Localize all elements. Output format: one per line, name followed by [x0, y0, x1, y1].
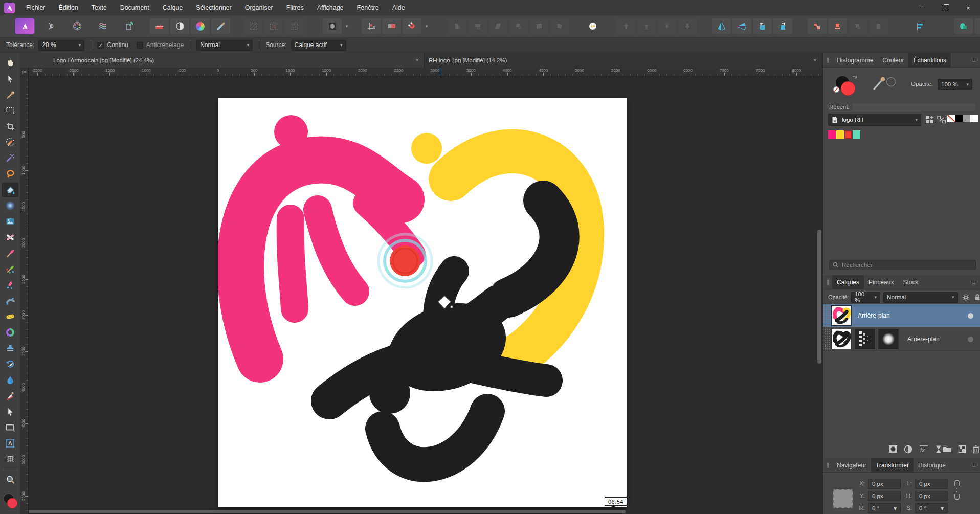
move-to-back-button[interactable]	[616, 18, 635, 34]
rectangle-tool[interactable]	[2, 420, 18, 435]
tab-historique[interactable]: Historique	[914, 458, 950, 472]
live-filter-icon[interactable]	[935, 445, 942, 454]
canvas-workspace[interactable]: 5001000150020002500300035004000450050005…	[20, 76, 822, 514]
close-button[interactable]: ×	[956, 0, 980, 15]
auto-levels-button[interactable]	[150, 18, 169, 34]
restore-button[interactable]	[933, 0, 956, 15]
panel-grip[interactable]: ||	[823, 458, 832, 472]
layer-2-thumbnail-cell[interactable]	[830, 328, 853, 350]
tab-histogramme[interactable]: Histogramme	[832, 53, 878, 67]
export-persona-button[interactable]	[120, 18, 139, 34]
colour-wells[interactable]	[2, 491, 18, 511]
search-input[interactable]: Rechercher	[829, 260, 976, 270]
lock-icon[interactable]	[974, 294, 980, 301]
panel-menu-icon[interactable]: ≡	[967, 458, 980, 472]
swatch-chip[interactable]	[828, 130, 836, 139]
layer-effects-icon[interactable]: fx	[919, 445, 929, 453]
colour-selector[interactable]	[831, 72, 868, 100]
insert-top-button[interactable]	[974, 18, 980, 34]
crop-tool[interactable]	[2, 119, 18, 133]
layer-drag-handle[interactable]	[823, 304, 830, 327]
anchor-point-selector[interactable]	[833, 489, 853, 508]
back-one-button[interactable]	[637, 18, 656, 34]
flood-select-tool[interactable]	[2, 151, 18, 165]
swatch-black[interactable]	[955, 115, 963, 122]
colour-replacement-tool[interactable]	[2, 262, 18, 276]
move-tool[interactable]	[2, 72, 18, 86]
skew-disabled-button[interactable]	[529, 18, 548, 34]
vertical-ruler[interactable]: 5001000150020002500300035004000450050005…	[20, 76, 29, 514]
lasso-tool[interactable]	[2, 167, 18, 181]
merge-visible-button[interactable]	[849, 18, 867, 34]
transform-s-field[interactable]: 0 °▾	[915, 503, 948, 513]
menu-item-calque[interactable]: Calque	[156, 0, 190, 15]
selection-brush-tool[interactable]	[2, 135, 18, 149]
menu-item-edition[interactable]: Édition	[52, 0, 85, 15]
panel-grip[interactable]: ||	[823, 275, 832, 289]
panel-menu-icon[interactable]: ≡	[967, 275, 980, 289]
doc-tab-1-close-icon[interactable]: ×	[415, 57, 419, 64]
sponge-tool[interactable]	[2, 309, 18, 324]
new-group-icon[interactable]	[942, 445, 952, 453]
menu-item-filtres[interactable]: Filtres	[280, 0, 310, 15]
adjustment-layer-icon[interactable]	[904, 445, 912, 454]
flip-horizontal-button[interactable]	[712, 18, 731, 34]
move-to-front-button[interactable]	[678, 18, 697, 34]
horizontal-scrollbar[interactable]	[22, 510, 626, 513]
assistant-button[interactable]	[583, 18, 602, 34]
node-tool[interactable]	[2, 405, 18, 419]
swatch-options-icon[interactable]	[937, 115, 947, 124]
add-swatch-icon[interactable]	[925, 115, 936, 124]
add-pixel-layer-button[interactable]	[808, 18, 827, 34]
frame-text-tool[interactable]: A	[2, 436, 18, 451]
layer-2-brush-cell[interactable]	[877, 328, 900, 350]
forward-one-button[interactable]	[657, 18, 676, 34]
tab-echantillons[interactable]: Échantillons	[908, 53, 951, 67]
layer-drag-handle[interactable]: ›	[823, 328, 830, 350]
antialias-checkbox[interactable]: Anticrénelage	[137, 41, 184, 49]
doc-tab-2-close-icon[interactable]: ×	[813, 57, 817, 64]
doc-tab-1[interactable]: Logo l'Armoricain.jpg [Modifié] (24.4%) …	[20, 53, 425, 68]
minimize-button[interactable]	[909, 0, 933, 15]
insert-behind-button[interactable]	[954, 18, 973, 34]
selection-hatch-button[interactable]	[243, 18, 262, 34]
snapping-chevron[interactable]: ▾	[423, 18, 430, 34]
merge-down-button[interactable]	[828, 18, 847, 34]
tonemap-persona-button[interactable]	[94, 18, 113, 34]
tab-calques[interactable]: Calques	[832, 275, 864, 289]
picked-colour-applicator[interactable]	[872, 75, 897, 92]
transform-x-field[interactable]: 0 px	[868, 479, 901, 489]
flood-fill-tool[interactable]	[2, 183, 18, 197]
menu-item-fenetre[interactable]: Fenêtre	[350, 0, 386, 15]
swatch-chip[interactable]	[853, 130, 860, 139]
menu-item-texte[interactable]: Texte	[85, 0, 114, 15]
tolerance-select[interactable]: 20 %▾	[38, 40, 84, 51]
panel-grip[interactable]: ||	[823, 53, 832, 67]
menu-item-affichage[interactable]: Affichage	[310, 0, 350, 15]
layer-2-visibility-toggle[interactable]	[968, 337, 973, 342]
view-mode-button[interactable]	[323, 18, 342, 34]
mesh-warp-tool[interactable]	[2, 452, 18, 466]
auto-contrast-button[interactable]	[170, 18, 189, 34]
pan-tool[interactable]	[2, 56, 18, 70]
mask-layer-icon[interactable]	[888, 445, 898, 453]
erase-tool[interactable]	[2, 230, 18, 244]
layer-1-thumbnail[interactable]	[831, 305, 852, 326]
document-canvas[interactable]	[218, 98, 627, 507]
vertical-scrollbar[interactable]	[817, 230, 821, 364]
new-layer-icon[interactable]	[958, 445, 966, 453]
flatten-button[interactable]	[869, 18, 888, 34]
color-picker-tool[interactable]	[2, 87, 18, 102]
transform-y-field[interactable]: 0 px	[868, 491, 901, 501]
continuous-checkbox[interactable]: ✓ Continu	[97, 41, 128, 49]
blend-mode-select[interactable]: Normal▾	[196, 40, 253, 51]
rotate-ccw-button[interactable]	[753, 18, 772, 34]
blend-options-gear-icon[interactable]	[962, 294, 970, 301]
marquee-tool[interactable]	[2, 103, 18, 118]
rotate-cw-button[interactable]	[773, 18, 792, 34]
transform-w-field[interactable]: 0 px	[915, 479, 948, 489]
scale-disabled-button[interactable]	[509, 18, 528, 34]
patch-tool[interactable]	[2, 294, 18, 308]
pixel-selection-button[interactable]	[382, 18, 401, 34]
smudge-tool[interactable]	[2, 389, 18, 403]
